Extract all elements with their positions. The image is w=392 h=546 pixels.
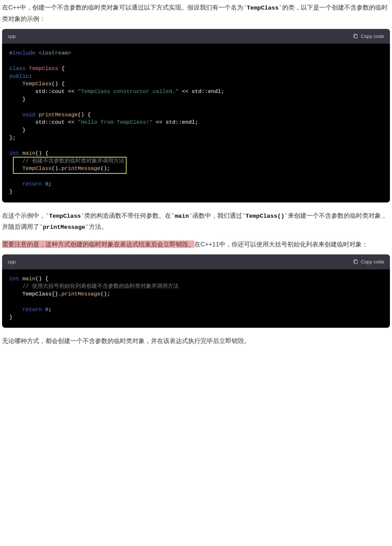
svg-rect-0 [355,35,357,38]
text: 函数中，我们通过 [193,212,242,219]
clipboard-icon [353,34,358,39]
tok: 0 [45,307,49,313]
tok: 0 [45,181,49,187]
tok: // 使用大括号初始化列表创建不含参数的临时类对象并调用方法 [22,283,179,289]
tok: public [9,73,29,79]
tok [9,181,22,187]
tok: () { [78,112,91,118]
tok: (); [101,166,110,171]
tok: main [22,276,35,282]
tok: printMessage [62,291,101,297]
code-lang-label: cpp [8,32,16,41]
tok: } [9,189,13,195]
tok: (); [101,291,110,297]
closing-paragraph: 无论哪种方式，都会创建一个不含参数的临时类对象，并在该表达式执行完毕后立即销毁。 [2,336,390,346]
code-header: cpp Copy code [2,254,390,269]
inline-code: `TempClass` [45,213,84,220]
tok [35,112,39,118]
tok [9,166,22,171]
tok: () { [35,150,48,156]
inline-code: `TempClass()` [242,213,288,220]
tok [9,112,22,118]
tok: <iostream> [35,50,71,56]
tok: return [22,307,42,313]
tok: std::cout << [9,89,78,95]
tok: } [9,96,26,102]
highlighted-text: 需要注意的是，这种方式创建的临时对象在表达式结束后会立即销毁。 [2,240,194,248]
tok: } [9,127,26,133]
tok: TempClass [22,166,51,171]
tok: class [9,66,26,72]
tok [9,307,22,313]
tok: : [29,73,32,79]
text: 方法。 [89,223,107,230]
copy-code-label: Copy code [361,32,384,41]
inline-code: `printMessage` [39,224,89,231]
tok: ; [48,307,52,313]
code-body: #include <iostream> class TempClass { pu… [2,44,390,202]
tok: ; [48,181,52,187]
tok: "TempClass constructor called." [78,89,179,95]
svg-rect-1 [355,260,357,263]
tok: printMessage [62,166,101,171]
tok [9,81,22,87]
intro-paragraph: 在C++中，创建一个不含参数的临时类对象可以通过以下方式实现。假设我们有一个名为… [2,2,390,24]
text: 在C++中，创建一个不含参数的临时类对象可以通过以下方式实现。假设我们有一个名为 [2,4,243,11]
code-header: cpp Copy code [2,29,390,44]
text: 类的构造函数不带任何参数。在 [84,212,171,219]
text: 在C++11中，你还可以使用大括号初始化列表来创建临时对象： [194,241,368,248]
tok: return [22,181,42,187]
tok: () { [52,81,65,87]
tok: printMessage [39,112,78,118]
tok: }; [9,135,16,141]
tok [42,307,45,313]
text: 在这个示例中， [2,212,45,219]
tok: { [58,66,65,72]
tok: // 创建不含参数的临时类对象并调用方法 [22,158,124,164]
tok: main [22,150,35,156]
inline-code-tempclass: `TempClass` [243,5,282,11]
code-block-1: cpp Copy code #include <iostream> class … [2,29,390,202]
tok: void [22,112,35,118]
code-lang-label: cpp [8,258,16,266]
tok: } [9,314,13,320]
code-body: int main() { // 使用大括号初始化列表创建不含参数的临时类对象并调… [2,269,390,328]
code-block-2: cpp Copy code int main() { // 使用大括号初始化列表… [2,254,390,328]
explain-paragraph: 在这个示例中，`TempClass`类的构造函数不带任何参数。在`main`函数… [2,210,390,233]
tok: TempClass{}. [9,291,62,297]
tok: () { [35,276,48,282]
tok: << std::endl; [179,89,224,95]
copy-code-label: Copy code [361,258,384,266]
tok: std::cout << [9,119,78,125]
tok [19,276,22,282]
tok: include [13,50,35,56]
tok [9,283,22,289]
copy-code-button[interactable]: Copy code [353,258,384,266]
tok [9,158,22,164]
tok: TempClass [22,81,51,87]
copy-code-button[interactable]: Copy code [353,32,384,41]
tok: (). [52,166,62,171]
tok: TempClass [26,66,58,72]
clipboard-icon [353,259,358,265]
tok: int [9,150,19,156]
tok: "Hello from TempClass!" [78,119,153,125]
inline-code: `main` [171,213,192,220]
tok [19,150,22,156]
tok: # [9,50,13,56]
note-paragraph: 需要注意的是，这种方式创建的临时对象在表达式结束后会立即销毁。在C++11中，你… [2,239,390,250]
tok: << std::endl; [153,119,198,125]
tok [42,181,45,187]
tok: int [9,276,19,282]
